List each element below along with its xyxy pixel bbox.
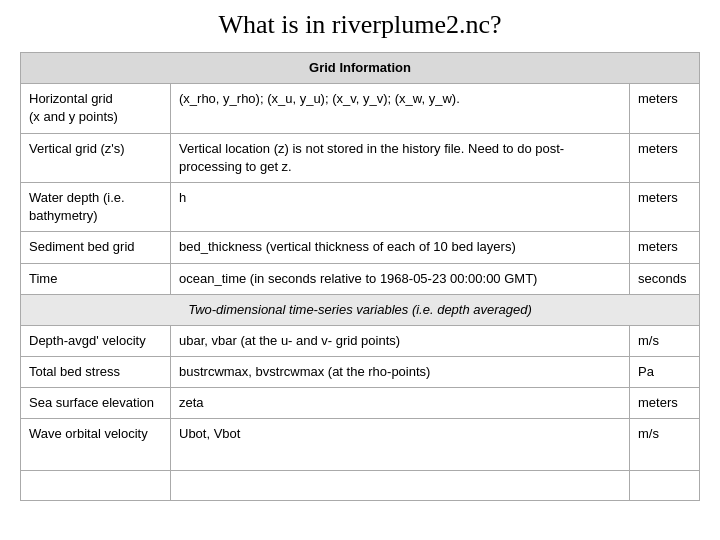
row-unit: meters xyxy=(630,388,700,419)
row-label: Horizontal grid(x and y points) xyxy=(21,84,171,133)
row-unit: meters xyxy=(630,84,700,133)
table-row: Sea surface elevation zeta meters xyxy=(21,388,700,419)
row-label: Wave orbital velocity xyxy=(21,419,171,471)
table-row: Horizontal grid(x and y points) (x_rho, … xyxy=(21,84,700,133)
empty-cell xyxy=(171,471,630,501)
row-desc: Ubot, Vbot xyxy=(171,419,630,471)
twod-section-header: Two-dimensional time-series variables (i… xyxy=(21,294,700,325)
row-unit: m/s xyxy=(630,325,700,356)
row-desc: Vertical location (z) is not stored in t… xyxy=(171,133,630,182)
row-label: Total bed stress xyxy=(21,357,171,388)
row-unit: Pa xyxy=(630,357,700,388)
row-label: Water depth (i.e. bathymetry) xyxy=(21,182,171,231)
row-desc: bed_thickness (vertical thickness of eac… xyxy=(171,232,630,263)
grid-header-row: Grid Information xyxy=(21,53,700,84)
grid-section-header: Grid Information xyxy=(21,53,700,84)
empty-cell xyxy=(630,471,700,501)
row-desc: (x_rho, y_rho); (x_u, y_u); (x_v, y_v); … xyxy=(171,84,630,133)
wave-orbital-row: Wave orbital velocity Ubot, Vbot m/s xyxy=(21,419,700,471)
row-unit: seconds xyxy=(630,263,700,294)
row-desc: zeta xyxy=(171,388,630,419)
empty-cell xyxy=(21,471,171,501)
total-bed-stress-row: Total bed stress bustrcwmax, bvstrcwmax … xyxy=(21,357,700,388)
row-desc: bustrcwmax, bvstrcwmax (at the rho-point… xyxy=(171,357,630,388)
table-row: Vertical grid (z's) Vertical location (z… xyxy=(21,133,700,182)
table-row: Sediment bed grid bed_thickness (vertica… xyxy=(21,232,700,263)
row-label: Vertical grid (z's) xyxy=(21,133,171,182)
row-unit: m/s xyxy=(630,419,700,471)
empty-row xyxy=(21,471,700,501)
row-unit: meters xyxy=(630,133,700,182)
row-unit: meters xyxy=(630,232,700,263)
twod-header-row: Two-dimensional time-series variables (i… xyxy=(21,294,700,325)
row-label: Depth-avgd' velocity xyxy=(21,325,171,356)
row-label: Sediment bed grid xyxy=(21,232,171,263)
table-row: Depth-avgd' velocity ubar, vbar (at the … xyxy=(21,325,700,356)
row-label: Time xyxy=(21,263,171,294)
row-label: Sea surface elevation xyxy=(21,388,171,419)
info-table: Grid Information Horizontal grid(x and y… xyxy=(20,52,700,501)
row-unit: meters xyxy=(630,182,700,231)
row-desc: ocean_time (in seconds relative to 1968-… xyxy=(171,263,630,294)
page-title: What is in riverplume2.nc? xyxy=(20,10,700,40)
table-row: Water depth (i.e. bathymetry) h meters xyxy=(21,182,700,231)
row-desc: ubar, vbar (at the u- and v- grid points… xyxy=(171,325,630,356)
table-row: Time ocean_time (in seconds relative to … xyxy=(21,263,700,294)
row-desc: h xyxy=(171,182,630,231)
